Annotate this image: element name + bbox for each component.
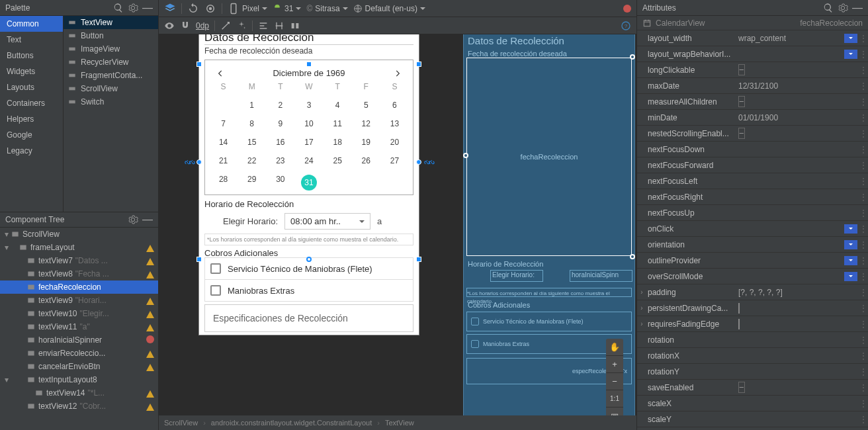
attribute-row[interactable]: layout_widthwrap_content⋮ [637,30,868,46]
palette-category-text[interactable]: Text [0,32,63,48]
dropdown-icon[interactable] [844,240,857,249]
tree-row[interactable]: ▾ScrollView [0,228,158,241]
more-icon[interactable]: ⋮ [859,272,868,281]
calendar-day[interactable]: 27 [380,156,409,165]
breadcrumb-item[interactable]: TextView [385,419,414,427]
tree-row[interactable]: textView14"*L... [0,386,158,400]
chevron-right-icon[interactable] [393,69,402,78]
more-icon[interactable]: ⋮ [859,97,868,107]
search-icon[interactable] [113,3,124,13]
more-icon[interactable]: ⋮ [859,383,868,392]
theme-selector[interactable]: ©Sitrasa [306,4,347,13]
calendar-day[interactable]: 16 [266,138,294,147]
attribute-row[interactable]: longClickable−⋮ [637,62,868,78]
more-icon[interactable]: ⋮ [859,256,868,265]
palette-category-helpers[interactable]: Helpers [0,111,63,127]
calendar-day[interactable]: 5 [352,101,380,110]
calendar-day[interactable]: 6 [380,101,409,110]
layers-icon[interactable] [164,3,176,15]
calendar-day[interactable]: 17 [294,138,323,147]
palette-category-layouts[interactable]: Layouts [0,79,63,95]
attribute-row[interactable]: nextFocusUp⋮ [637,205,868,221]
tree-row[interactable]: ▾textInputLayout8 [0,373,158,386]
more-icon[interactable]: ⋮ [859,193,868,202]
calendar-day[interactable]: 26 [352,156,380,165]
attribute-row[interactable]: outlineProvider⋮ [637,253,868,269]
tree-row[interactable]: cancelarEnvioBtn [0,360,158,373]
calendar-day[interactable]: 19 [352,138,380,147]
attribute-row[interactable]: nextFocusDown⋮ [637,142,868,157]
calendar-day[interactable]: 11 [324,119,352,128]
more-icon[interactable]: ⋮ [859,177,868,186]
chevron-left-icon[interactable] [216,69,225,78]
minimize-icon[interactable]: — [142,214,153,225]
palette-category-common[interactable]: Common [0,16,63,32]
sparkle-icon[interactable] [236,21,247,31]
palette-category-containers[interactable]: Containers [0,95,63,111]
help-icon[interactable]: ? [621,21,631,31]
tree-row[interactable]: ▾frameLayout [0,241,158,254]
palette-item[interactable]: Switch [64,95,158,108]
api-selector[interactable]: 31 [273,4,301,13]
tree-row[interactable]: textView7"Datos ... [0,254,158,267]
dropdown-icon[interactable] [844,34,857,43]
calendar-day[interactable]: 8 [238,119,266,128]
design-preview[interactable]: Datos de Recolección Fecha de recolecció… [198,34,419,335]
more-icon[interactable]: ⋮ [859,288,868,297]
pan-button[interactable]: ✋ [606,339,623,356]
theme-preview-icon[interactable] [204,3,216,15]
more-icon[interactable]: ⋮ [859,113,868,122]
attribute-row[interactable]: nextFocusForward⋮ [637,157,868,173]
palette-item[interactable]: RecyclerView [64,56,158,69]
calendar-day[interactable]: 4 [324,101,352,110]
attribute-row[interactable]: maxDate12/31/2100⋮ [637,78,868,94]
hora-spinner[interactable]: 08:00 am hr.. [284,213,370,230]
magnet-icon[interactable] [180,21,191,31]
tree-row[interactable]: fechaRecoleccion [0,280,158,294]
error-indicator-icon[interactable] [623,5,631,13]
design-surface[interactable]: Datos de Recolección Fecha de recolecció… [159,34,636,430]
attribute-row[interactable]: rotationY⋮ [637,364,868,380]
calendar-day[interactable]: 30 [266,175,294,191]
minimize-icon[interactable]: — [142,3,153,13]
attribute-row[interactable]: orientation⋮ [637,237,868,253]
zoom-in-button[interactable]: + [606,356,623,373]
minimize-icon[interactable]: — [852,3,863,13]
search-icon[interactable] [823,3,834,13]
calendar-day[interactable]: 7 [209,119,238,128]
zoom-out-button[interactable]: − [606,373,623,390]
attribute-row[interactable]: scaleY⋮ [637,411,868,427]
calendar-day[interactable]: 31 [294,175,323,191]
attribute-row[interactable]: scaleX⋮ [637,396,868,411]
calendar-day[interactable]: 18 [324,138,352,147]
attribute-row[interactable]: rotation⋮ [637,332,868,348]
calendar-day[interactable]: 14 [209,138,238,147]
attribute-row[interactable]: saveEnabled−⋮ [637,380,868,396]
palette-item[interactable]: ImageView [64,42,158,56]
dropdown-icon[interactable] [844,224,857,234]
breadcrumb-item[interactable]: androidx.constraintlayout.widget.Constra… [211,419,372,427]
palette-item[interactable]: FragmentConta... [64,69,158,82]
calendar-day[interactable]: 28 [209,175,238,191]
gear-icon[interactable] [128,214,138,225]
palette-category-google[interactable]: Google [0,127,63,143]
dropdown-icon[interactable] [844,272,857,281]
calendar-day[interactable]: 13 [380,119,409,128]
calendar-day[interactable]: 1 [238,101,266,110]
calendar-day[interactable]: 3 [294,101,323,110]
guidelines-icon[interactable] [274,21,284,31]
more-icon[interactable]: ⋮ [859,161,868,170]
more-icon[interactable]: ⋮ [859,224,868,234]
more-icon[interactable]: ⋮ [859,399,868,408]
attribute-row[interactable]: nextFocusRight⋮ [637,189,868,205]
pack-icon[interactable] [290,21,300,31]
calendar-day[interactable]: 29 [238,175,266,191]
calendar-day[interactable]: 24 [294,156,323,165]
dropdown-icon[interactable] [844,256,857,265]
tree-row[interactable]: textView12"Cobr... [0,400,158,413]
check-servicio[interactable]: Servicio Técnico de Maniobras (Flete) [204,257,413,280]
tree-row[interactable]: textView9"Horari... [0,294,158,307]
attribute-row[interactable]: minDate01/01/1900⋮ [637,110,868,126]
attributes-list[interactable]: layout_widthwrap_content⋮layout_wrapBeha… [637,30,868,430]
palette-category-legacy[interactable]: Legacy [0,143,63,159]
